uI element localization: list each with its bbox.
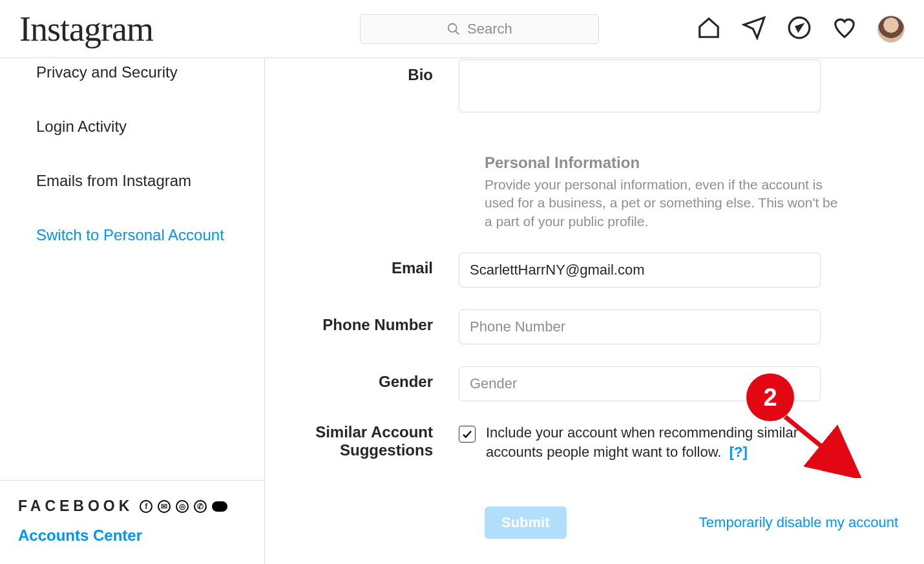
nav-icons (697, 16, 905, 43)
personal-info-desc: Provide your personal information, even … (485, 176, 846, 231)
similar-suggestions-checkbox[interactable] (459, 426, 476, 443)
personal-info-heading: Personal Information (485, 154, 846, 172)
accounts-center-link[interactable]: Accounts Center (18, 527, 246, 545)
messenger-icon: ✉ (158, 500, 171, 513)
similar-suggestions-help[interactable]: [?] (730, 444, 748, 460)
messages-icon[interactable] (742, 16, 766, 43)
annotation-badge-2: 2 (746, 373, 794, 421)
similar-suggestions-text: Include your account when recommending s… (486, 423, 821, 461)
home-icon[interactable] (697, 16, 721, 43)
svg-point-0 (448, 23, 457, 32)
personal-info-block: Personal Information Provide your person… (485, 154, 846, 231)
search-input[interactable]: Search (360, 14, 599, 44)
svg-line-1 (456, 30, 459, 34)
bio-label: Bio (291, 59, 459, 84)
sidebar-item-login-activity[interactable]: Login Activity (0, 99, 264, 154)
svg-marker-3 (796, 25, 803, 31)
facebook-brand: FACEBOOK (18, 497, 133, 515)
search-icon (446, 22, 461, 36)
sidebar-footer: FACEBOOK f ✉ ◎ ✆ Accounts Center (0, 480, 264, 564)
phone-label: Phone Number (291, 309, 459, 334)
temporarily-disable-link[interactable]: Temporarily disable my account (699, 514, 898, 531)
facebook-icon: f (140, 500, 152, 513)
sidebar-item-privacy-security[interactable]: Privacy and Security (0, 58, 264, 99)
sidebar-item-emails[interactable]: Emails from Instagram (0, 154, 264, 208)
activity-icon[interactable] (832, 16, 857, 43)
top-bar: Instagram Search (0, 0, 924, 58)
settings-sidebar: Privacy and Security Login Activity Emai… (0, 58, 265, 564)
checkmark-icon (461, 428, 473, 440)
edit-profile-form: Bio Personal Information Provide your pe… (265, 58, 924, 564)
email-label: Email (291, 253, 459, 277)
oculus-icon (212, 501, 227, 512)
phone-input[interactable] (459, 309, 821, 344)
gender-label: Gender (291, 366, 459, 391)
profile-avatar[interactable] (877, 16, 905, 43)
search-placeholder: Search (467, 21, 512, 37)
whatsapp-icon: ✆ (194, 500, 207, 513)
similar-suggestions-label: Similar Account Suggestions (291, 423, 459, 459)
explore-icon[interactable] (787, 16, 812, 43)
submit-button[interactable]: Submit (485, 507, 567, 539)
email-input[interactable] (459, 253, 821, 287)
facebook-apps-icons: f ✉ ◎ ✆ (140, 500, 227, 513)
sidebar-item-switch-personal[interactable]: Switch to Personal Account (0, 208, 264, 262)
instagram-icon: ◎ (176, 500, 189, 513)
bio-textarea[interactable] (459, 59, 821, 112)
instagram-logo[interactable]: Instagram (19, 9, 153, 49)
